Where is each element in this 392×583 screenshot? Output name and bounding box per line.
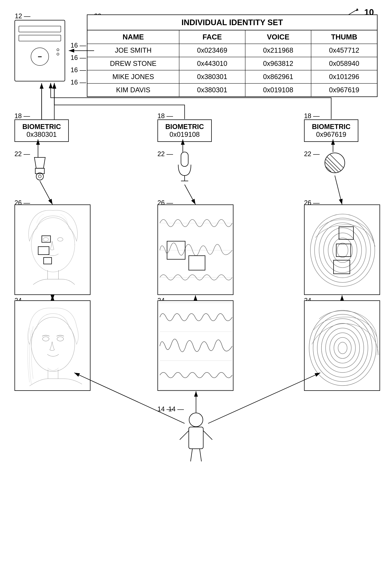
computer-dot1 bbox=[57, 48, 59, 51]
waveform-svg bbox=[158, 205, 234, 295]
row2-face: 0x443010 bbox=[179, 57, 245, 70]
svg-line-0 bbox=[348, 9, 357, 15]
svg-rect-42 bbox=[35, 168, 44, 174]
row3-face: 0x380301 bbox=[179, 70, 245, 83]
computer-box: − bbox=[14, 20, 65, 81]
svg-point-31 bbox=[334, 337, 351, 358]
computer-circle: − bbox=[31, 47, 49, 66]
svg-point-14 bbox=[333, 238, 352, 263]
row4-name: KIM DAVIS bbox=[87, 83, 179, 97]
row1-voice: 0x211968 bbox=[245, 44, 311, 57]
svg-rect-70 bbox=[189, 427, 203, 449]
row1-name: JOE SMITH bbox=[87, 44, 179, 57]
biometric-box-center: BIOMETRIC 0x019108 bbox=[158, 119, 212, 142]
fingerprint-processed-svg bbox=[304, 205, 380, 295]
svg-point-49 bbox=[325, 153, 344, 172]
biometric-center-value: 0x019108 bbox=[162, 131, 208, 138]
col-name: NAME bbox=[87, 30, 179, 44]
row2-thumb: 0x058940 bbox=[311, 57, 377, 70]
ref-22-right: 22 — bbox=[304, 150, 320, 158]
row2-voice: 0x963812 bbox=[245, 57, 311, 70]
diagram: 10 12 — − 20 — INDIVIDUAL IDENTITY SET N… bbox=[0, 0, 392, 583]
row4-thumb: 0x967619 bbox=[311, 83, 377, 97]
svg-point-16 bbox=[324, 228, 362, 273]
svg-marker-1 bbox=[356, 8, 358, 11]
ref-16-4: 16 — bbox=[70, 78, 86, 86]
ref-18-center: 18 — bbox=[158, 112, 173, 120]
svg-point-4 bbox=[58, 238, 63, 241]
computer-drive1 bbox=[19, 26, 61, 32]
raw-fingerprint-box bbox=[304, 300, 380, 391]
svg-point-44 bbox=[38, 175, 41, 178]
svg-rect-45 bbox=[181, 152, 188, 166]
svg-line-50 bbox=[324, 157, 346, 179]
biometric-box-left: BIOMETRIC 0x380301 bbox=[14, 119, 69, 142]
svg-point-33 bbox=[326, 328, 360, 368]
svg-point-35 bbox=[317, 319, 368, 377]
processed-waveform-box bbox=[158, 204, 234, 295]
svg-rect-7 bbox=[44, 257, 52, 264]
biometric-right-label: BIOMETRIC bbox=[308, 123, 354, 131]
computer-minus-icon: − bbox=[38, 53, 42, 61]
raw-waveform-box bbox=[158, 300, 234, 391]
svg-line-72 bbox=[203, 431, 212, 440]
svg-line-74 bbox=[200, 449, 202, 461]
svg-point-3 bbox=[43, 238, 48, 241]
row4-face: 0x380301 bbox=[179, 83, 245, 97]
ref-18-right: 18 — bbox=[304, 112, 320, 120]
svg-line-54 bbox=[324, 168, 342, 186]
computer-dots bbox=[57, 48, 59, 55]
svg-line-71 bbox=[180, 431, 189, 440]
processed-face-box bbox=[14, 204, 90, 295]
row1-face: 0x023469 bbox=[179, 44, 245, 57]
ref-16-1: 16 — bbox=[70, 42, 86, 49]
identity-table-container: INDIVIDUAL IDENTITY SET NAME FACE VOICE … bbox=[87, 14, 378, 97]
computer-drive2 bbox=[19, 35, 61, 41]
svg-point-24 bbox=[42, 337, 49, 341]
svg-rect-6 bbox=[38, 247, 49, 255]
row3-thumb: 0x101296 bbox=[311, 70, 377, 83]
svg-point-17 bbox=[319, 223, 366, 278]
face-svg bbox=[15, 205, 90, 295]
raw-waveform-svg bbox=[158, 301, 234, 391]
raw-face-box bbox=[14, 300, 90, 391]
svg-point-69 bbox=[189, 413, 203, 427]
svg-point-23 bbox=[31, 317, 75, 372]
svg-line-61 bbox=[335, 175, 342, 204]
col-voice: VOICE bbox=[245, 30, 311, 44]
ref-22-center: 22 — bbox=[158, 150, 173, 158]
svg-line-55 bbox=[328, 152, 349, 174]
ref-22-left: 22 — bbox=[14, 150, 30, 158]
biometric-right-value: 0x967619 bbox=[308, 131, 354, 138]
computer-dot2 bbox=[57, 53, 59, 55]
processed-fingerprint-box bbox=[304, 204, 380, 295]
raw-fingerprint-svg bbox=[304, 301, 380, 391]
row1-thumb: 0x457712 bbox=[311, 44, 377, 57]
table-title: INDIVIDUAL IDENTITY SET bbox=[87, 14, 378, 30]
biometric-left-value: 0x380301 bbox=[19, 131, 64, 138]
raw-face-svg bbox=[15, 301, 90, 391]
svg-line-59 bbox=[40, 181, 52, 204]
svg-point-34 bbox=[322, 323, 364, 373]
row3-name: MIKE JONES bbox=[87, 70, 179, 83]
table-row-3: MIKE JONES 0x380301 0x862961 0x101296 bbox=[87, 70, 377, 83]
col-face: FACE bbox=[179, 30, 245, 44]
biometric-box-right: BIOMETRIC 0x967619 bbox=[304, 119, 358, 142]
svg-line-52 bbox=[324, 154, 346, 175]
svg-point-13 bbox=[337, 243, 348, 257]
table-row-1: JOE SMITH 0x023469 0x211968 0x457712 bbox=[87, 44, 377, 57]
svg-line-51 bbox=[324, 161, 346, 183]
ref-14-label: 14 — bbox=[168, 405, 184, 413]
svg-rect-12 bbox=[189, 256, 205, 270]
svg-line-73 bbox=[190, 449, 192, 461]
biometric-left-label: BIOMETRIC bbox=[19, 123, 64, 131]
svg-point-43 bbox=[36, 173, 44, 180]
biometric-center-label: BIOMETRIC bbox=[162, 123, 208, 131]
table-row-4: KIM DAVIS 0x380301 0x019108 0x967619 bbox=[87, 83, 377, 97]
ref-16-2: 16 — bbox=[70, 54, 86, 61]
svg-line-53 bbox=[324, 165, 346, 186]
table-row-2: DREW STONE 0x443010 0x963812 0x058940 bbox=[87, 57, 377, 70]
svg-point-37 bbox=[309, 310, 376, 386]
svg-line-60 bbox=[184, 185, 196, 204]
row4-voice: 0x019108 bbox=[245, 83, 311, 97]
